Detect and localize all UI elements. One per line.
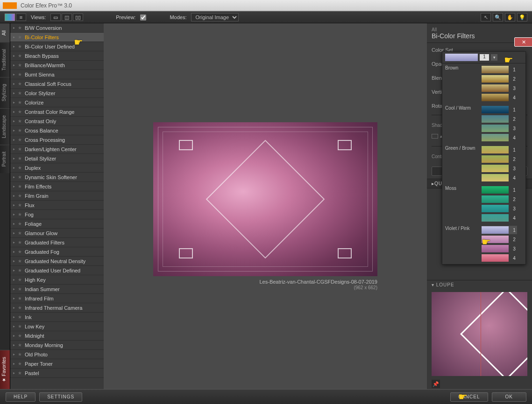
filter-item[interactable]: ▸★Cross Processing — [10, 135, 104, 145]
filter-item[interactable]: ▸★Monday Morning — [10, 341, 104, 350]
star-icon[interactable]: ★ — [18, 146, 22, 152]
color-swatch-row[interactable]: 3 — [482, 204, 517, 213]
filter-item[interactable]: ▸★Paper Toner — [10, 359, 104, 369]
view-split-icon[interactable]: ◫ — [62, 14, 72, 21]
star-icon[interactable]: ★ — [18, 333, 22, 338]
filter-item[interactable]: ▸★Old Photo — [10, 350, 104, 359]
filter-item[interactable]: ▸★Contrast Only — [10, 117, 104, 126]
color-swatch-row[interactable]: 2 — [482, 115, 517, 123]
color-swatch-row[interactable]: 1 — [482, 146, 517, 154]
filter-item[interactable]: ▸★Graduated Neutral Density — [10, 257, 104, 266]
star-icon[interactable]: ★ — [18, 324, 22, 329]
cancel-button[interactable]: CANCEL — [450, 392, 488, 402]
star-icon[interactable]: ★ — [18, 342, 22, 348]
star-icon[interactable]: ★ — [18, 277, 22, 282]
filter-item[interactable]: ▸★Cross Balance — [10, 126, 104, 135]
star-icon[interactable]: ★ — [18, 128, 22, 133]
color-swatch-row[interactable]: 1 — [482, 105, 517, 114]
filter-item[interactable]: ▸★Bleach Bypass — [10, 51, 104, 61]
star-icon[interactable]: ★ — [18, 268, 22, 273]
star-icon[interactable]: ★ — [18, 53, 22, 58]
star-icon[interactable]: ★ — [18, 221, 22, 226]
filter-item[interactable]: ▸★Midnight — [10, 331, 104, 341]
star-icon[interactable]: ★ — [18, 352, 22, 357]
loupe-pin-button[interactable]: 📌 — [432, 380, 440, 388]
star-icon[interactable]: ★ — [18, 137, 22, 142]
filter-item[interactable]: ▸★Glamour Glow — [10, 229, 104, 238]
category-tab-landscape[interactable]: Landscape — [0, 108, 10, 145]
color-swatch-row[interactable]: 1 — [482, 226, 517, 234]
filter-item[interactable]: ▸★Ink — [10, 313, 104, 322]
star-icon[interactable]: ★ — [18, 174, 22, 180]
category-tab-favorites[interactable]: ★ Favorites — [0, 350, 10, 389]
filter-item[interactable]: ▸★Infrared Thermal Camera — [10, 303, 104, 313]
color-swatch-row[interactable]: 2 — [482, 235, 517, 244]
star-icon[interactable]: ★ — [18, 249, 22, 254]
star-icon[interactable]: ★ — [18, 165, 22, 170]
color-swatch-row[interactable]: 2 — [482, 195, 517, 203]
star-icon[interactable]: ★ — [18, 91, 22, 96]
filter-item[interactable]: ▸★Burnt Sienna — [10, 70, 104, 79]
filter-item[interactable]: ▸★Duplex — [10, 163, 104, 173]
select-tool-icon[interactable]: ↖ — [481, 13, 491, 21]
star-icon[interactable]: ★ — [18, 370, 22, 376]
filter-item[interactable]: ▸★Foliage — [10, 219, 104, 229]
color-swatch-row[interactable]: 3 — [482, 164, 517, 173]
filter-item[interactable]: ▸★Bi-Color Filters — [10, 33, 104, 42]
filter-item[interactable]: ▸★High Key — [10, 275, 104, 285]
filter-item[interactable]: ▸★Darken/Lighten Center — [10, 145, 104, 154]
filter-item[interactable]: ▸★Color Stylizer — [10, 89, 104, 98]
filter-item[interactable]: ▸★Dynamic Skin Softener — [10, 173, 104, 182]
zoom-tool-icon[interactable]: 🔍 — [493, 13, 503, 21]
category-tab-traditional[interactable]: Traditional — [0, 42, 10, 77]
star-icon[interactable]: ★ — [18, 258, 22, 264]
color-swatch-row[interactable]: 4 — [482, 254, 517, 262]
color-set-value[interactable]: 1 — [480, 54, 489, 61]
star-icon[interactable]: ★ — [18, 193, 22, 198]
loupe-header[interactable]: ▾ LOUPE — [427, 280, 532, 289]
star-icon[interactable]: ★ — [18, 44, 22, 49]
ok-button[interactable]: OK — [492, 392, 526, 402]
filter-item[interactable]: ▸★Flux — [10, 201, 104, 210]
filter-item[interactable]: ▸★Detail Stylizer — [10, 154, 104, 163]
star-icon[interactable]: ★ — [18, 212, 22, 217]
color-swatch-row[interactable]: 1 — [482, 65, 517, 74]
star-icon[interactable]: ★ — [18, 184, 22, 189]
category-tab-all[interactable]: All — [0, 23, 10, 42]
filter-item[interactable]: ▸★Graduated Fog — [10, 247, 104, 257]
star-icon[interactable]: ★ — [18, 35, 22, 40]
color-swatch-row[interactable]: 4 — [482, 133, 517, 142]
color-swatch-row[interactable]: 3 — [482, 244, 517, 253]
category-tab-portrait[interactable]: Portrait — [0, 145, 10, 173]
star-icon[interactable]: ★ — [18, 286, 22, 292]
star-icon[interactable]: ★ — [18, 305, 22, 310]
color-swatch-row[interactable]: 2 — [482, 155, 517, 163]
preview-checkbox[interactable] — [140, 14, 146, 21]
color-set-dropdown-toggle[interactable]: ▾ — [491, 54, 497, 61]
category-tab-stylizing[interactable]: Stylizing — [0, 77, 10, 108]
navigator-thumb-icon[interactable] — [5, 14, 15, 21]
filter-item[interactable]: ▸★B/W Conversion — [10, 23, 104, 33]
filter-item[interactable]: ▸★Classical Soft Focus — [10, 79, 104, 89]
shadows-checkbox[interactable] — [432, 134, 438, 139]
star-icon[interactable]: ★ — [18, 296, 22, 301]
star-icon[interactable]: ★ — [18, 109, 22, 114]
star-icon[interactable]: ★ — [18, 361, 22, 366]
filter-item[interactable]: ▸★Graduated User Defined — [10, 266, 104, 275]
star-icon[interactable]: ★ — [18, 72, 22, 77]
hand-tool-icon[interactable]: ✋ — [505, 13, 515, 21]
filter-item[interactable]: ▸★Contrast Color Range — [10, 107, 104, 117]
light-tool-icon[interactable]: 💡 — [517, 13, 527, 21]
color-swatch-row[interactable]: 4 — [482, 93, 517, 102]
view-side-icon[interactable]: ▯▯ — [73, 14, 83, 21]
color-swatch-row[interactable]: 2 — [482, 75, 517, 83]
filter-item[interactable]: ▸★Film Effects — [10, 182, 104, 191]
close-button[interactable]: ✕ — [514, 37, 532, 47]
color-swatch-row[interactable]: 3 — [482, 124, 517, 132]
filter-item[interactable]: ▸★Indian Summer — [10, 285, 104, 294]
settings-button[interactable]: SETTINGS — [39, 392, 82, 402]
view-single-icon[interactable]: ▭ — [50, 14, 61, 21]
star-icon[interactable]: ★ — [18, 118, 22, 124]
help-button[interactable]: HELP — [6, 392, 35, 402]
filter-item[interactable]: ▸★Infrared Film — [10, 294, 104, 303]
